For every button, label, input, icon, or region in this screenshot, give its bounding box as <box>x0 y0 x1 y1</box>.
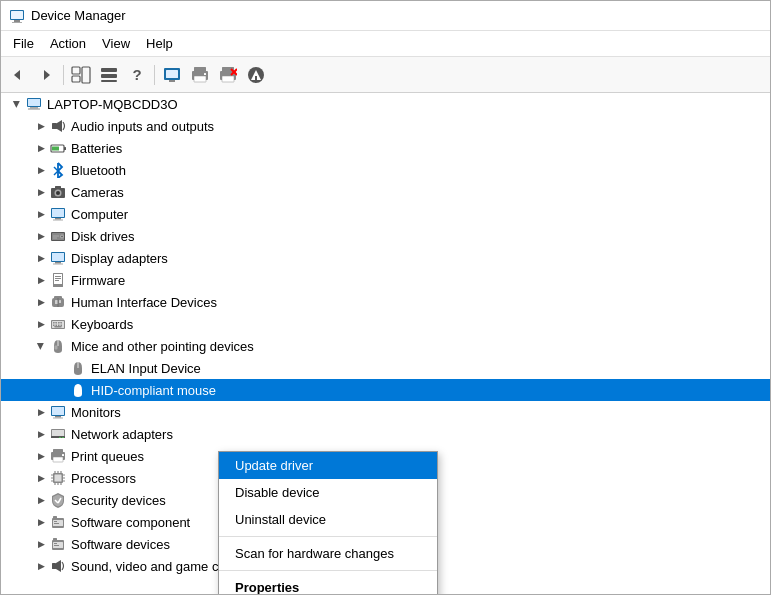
svg-rect-109 <box>53 516 57 519</box>
ctx-properties[interactable]: Properties <box>219 574 437 594</box>
update-driver-button[interactable] <box>243 62 269 88</box>
tree-label-mice: Mice and other pointing devices <box>71 339 254 354</box>
icon-security <box>49 491 67 509</box>
tree-item-elan[interactable]: ▶ ELAN Input Device <box>1 357 770 379</box>
tree-item-hid-mouse[interactable]: ▶ HID-compliant mouse <box>1 379 770 401</box>
svg-rect-87 <box>59 437 61 438</box>
svg-rect-91 <box>62 454 64 456</box>
tree-item-mice[interactable]: ▶ Mice and other pointing devices <box>1 335 770 357</box>
tree-label-print: Print queues <box>71 449 144 464</box>
details-button[interactable] <box>96 62 122 88</box>
scan-button[interactable] <box>159 62 185 88</box>
ctx-scan-hardware[interactable]: Scan for hardware changes <box>219 540 437 567</box>
back-button[interactable] <box>5 62 31 88</box>
svg-rect-84 <box>52 430 64 437</box>
icon-keyboards <box>49 315 67 333</box>
svg-rect-21 <box>222 76 234 82</box>
svg-point-38 <box>56 191 60 195</box>
menu-file[interactable]: File <box>5 34 42 53</box>
svg-rect-61 <box>55 300 58 304</box>
tree-item-cameras[interactable]: ▶ Cameras <box>1 181 770 203</box>
tree-label-monitors: Monitors <box>71 405 121 420</box>
menu-action[interactable]: Action <box>42 34 94 53</box>
tree-item-hid[interactable]: ▶ Human Interface Devices <box>1 291 770 313</box>
tree-item-computer[interactable]: ▶ Computer <box>1 203 770 225</box>
svg-rect-70 <box>53 325 55 327</box>
svg-rect-68 <box>58 322 60 324</box>
chevron-computer: ▶ <box>33 206 49 222</box>
chevron-batteries: ▶ <box>33 140 49 156</box>
tree-label-processors: Processors <box>71 471 136 486</box>
icon-display <box>49 249 67 267</box>
chevron-softcomp: ▶ <box>33 514 49 530</box>
svg-rect-48 <box>53 236 59 237</box>
tree-item-audio[interactable]: ▶ Audio inputs and outputs <box>1 115 770 137</box>
tree-label-firmware: Firmware <box>71 273 125 288</box>
print-button[interactable] <box>187 62 213 88</box>
svg-rect-80 <box>52 407 64 415</box>
icon-mice <box>49 337 67 355</box>
title-bar: Device Manager <box>1 1 770 31</box>
tree-label-hid-mouse: HID-compliant mouse <box>91 383 216 398</box>
svg-rect-90 <box>53 457 63 462</box>
tree-item-keyboards[interactable]: ▶ Keyboar <box>1 313 770 335</box>
remove-button[interactable] <box>215 62 241 88</box>
svg-rect-53 <box>53 264 63 265</box>
tree-label-softdev: Software devices <box>71 537 170 552</box>
icon-disk <box>49 227 67 245</box>
icon-bluetooth <box>49 161 67 179</box>
help-button[interactable]: ? <box>124 62 150 88</box>
tree-item-root[interactable]: ▶ LAPTOP-MQBCDD3O <box>1 93 770 115</box>
show-hide-button[interactable] <box>68 62 94 88</box>
svg-rect-30 <box>28 109 40 110</box>
tree-item-monitors[interactable]: ▶ Monitors <box>1 401 770 423</box>
tree-label-network: Network adapters <box>71 427 173 442</box>
svg-rect-112 <box>54 523 59 524</box>
tree-item-network[interactable]: ▶ Network adapters <box>1 423 770 445</box>
tree-label-elan: ELAN Input Device <box>91 361 201 376</box>
chevron-disk: ▶ <box>33 228 49 244</box>
svg-rect-2 <box>12 22 22 23</box>
tree-label-keyboards: Keyboards <box>71 317 133 332</box>
tree-label-security: Security devices <box>71 493 166 508</box>
menu-bar: File Action View Help <box>1 31 770 57</box>
tree-label-cameras: Cameras <box>71 185 124 200</box>
menu-help[interactable]: Help <box>138 34 181 53</box>
icon-network <box>49 425 67 443</box>
svg-rect-10 <box>101 74 117 78</box>
svg-rect-114 <box>53 538 57 541</box>
svg-rect-76 <box>55 346 58 350</box>
menu-view[interactable]: View <box>94 34 138 53</box>
tree-item-display[interactable]: ▶ Display adapters <box>1 247 770 269</box>
icon-laptop <box>25 95 43 113</box>
icon-batteries <box>49 139 67 157</box>
svg-rect-74 <box>55 326 62 328</box>
ctx-update-driver[interactable]: Update driver <box>219 452 437 479</box>
svg-rect-111 <box>54 521 57 522</box>
tree-item-batteries[interactable]: ▶ Batteries <box>1 137 770 159</box>
svg-rect-82 <box>53 418 63 419</box>
tree-label-batteries: Batteries <box>71 141 122 156</box>
svg-rect-18 <box>204 73 206 75</box>
svg-rect-86 <box>62 437 64 438</box>
svg-rect-56 <box>55 276 61 277</box>
tree-item-firmware[interactable]: ▶ Firmware <box>1 269 770 291</box>
ctx-uninstall-device[interactable]: Uninstall device <box>219 506 437 533</box>
ctx-disable-device[interactable]: Disable device <box>219 479 437 506</box>
svg-rect-117 <box>54 545 59 546</box>
tree-label-audio: Audio inputs and outputs <box>71 119 214 134</box>
svg-rect-69 <box>61 322 63 324</box>
tree-content: ▶ LAPTOP-MQBCDD3O ▶ <box>1 93 770 594</box>
icon-computer <box>49 205 67 223</box>
tree-item-disk[interactable]: ▶ Disk drives <box>1 225 770 247</box>
svg-rect-35 <box>52 147 59 151</box>
tree-label-display: Display adapters <box>71 251 168 266</box>
forward-button[interactable] <box>33 62 59 88</box>
svg-rect-17 <box>194 76 206 82</box>
svg-rect-34 <box>64 147 66 150</box>
chevron-hid: ▶ <box>33 294 49 310</box>
svg-rect-41 <box>52 209 64 217</box>
tree-item-bluetooth[interactable]: ▶ Bluetooth <box>1 159 770 181</box>
svg-rect-14 <box>169 80 175 82</box>
ctx-sep-1 <box>219 536 437 537</box>
